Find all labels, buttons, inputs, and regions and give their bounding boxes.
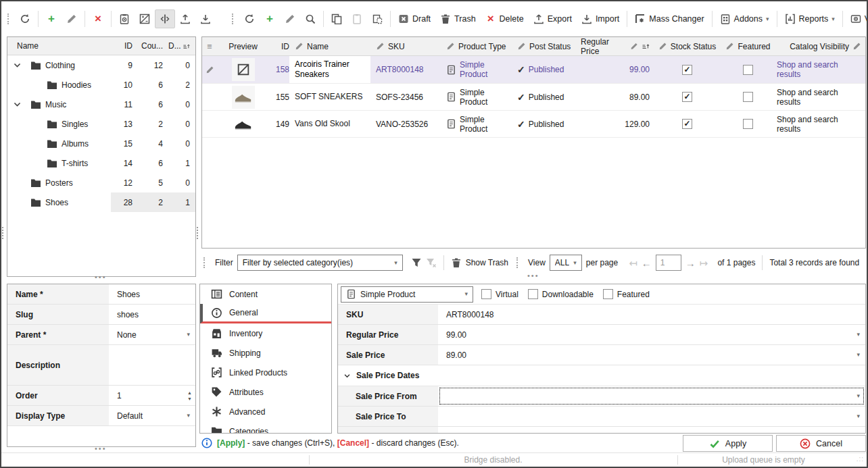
tab-shipping[interactable]: Shipping	[200, 343, 331, 363]
search-button[interactable]	[300, 9, 320, 28]
featured-checkbox[interactable]	[743, 92, 753, 102]
show-trash-label[interactable]: Show Trash	[466, 258, 508, 267]
editor-field-value[interactable]: 89.00 ▾	[438, 345, 865, 365]
tab-attributes[interactable]: Attributes	[200, 382, 331, 402]
draft-button[interactable]: Draft	[393, 9, 435, 28]
form-splitter-handle[interactable]: •••	[95, 447, 107, 450]
toolbar-grip[interactable]	[232, 14, 236, 24]
preview-products-button[interactable]	[114, 9, 135, 28]
export-categories-button[interactable]	[175, 9, 195, 28]
tree-splitter-handle[interactable]: •••	[95, 276, 107, 278]
add-product-button[interactable]: +	[260, 9, 280, 28]
field-value[interactable]: Default▾	[109, 406, 195, 425]
downloadable-checkbox[interactable]	[528, 289, 538, 299]
tab-advanced[interactable]: Advanced	[200, 402, 331, 421]
flag-virtual[interactable]: Virtual	[481, 289, 519, 299]
product-sku[interactable]: ART8000148	[370, 65, 442, 74]
column-header-post-status[interactable]: Post Status	[513, 42, 581, 51]
category-row-posters[interactable]: Posters 12 5 0	[7, 173, 195, 192]
cancel-button[interactable]: Cancel	[776, 435, 866, 452]
category-row-t-shirts[interactable]: T-shirts 14 6 1	[7, 153, 195, 173]
regular-price-cell[interactable]: 99.00	[581, 65, 655, 74]
tab-categories[interactable]: Categories	[200, 421, 331, 434]
tab-inventory[interactable]: Inventory	[200, 323, 331, 343]
mass-changer-button[interactable]: Mass Changer	[630, 9, 708, 28]
previous-page-button[interactable]: ←	[642, 258, 652, 268]
delete-product-button[interactable]: ×Delete	[481, 9, 529, 28]
column-header-preview[interactable]: Preview	[217, 42, 269, 51]
editor-field-value[interactable]: 99.00 ▾	[438, 325, 865, 344]
post-status-cell[interactable]: ✓Published	[513, 64, 581, 75]
stock-status-checkbox[interactable]	[682, 65, 692, 75]
spin-up-icon[interactable]: ▲	[187, 390, 192, 395]
column-header-name[interactable]: Name	[7, 41, 111, 51]
view-button[interactable]: View▾	[846, 9, 868, 28]
regular-price-cell[interactable]: 89.00	[581, 93, 655, 102]
editor-field-value[interactable]: ART8000148	[438, 305, 865, 324]
refresh-products-button[interactable]	[239, 9, 260, 28]
addons-button[interactable]: Addons▾	[715, 9, 774, 28]
tab-content[interactable]: Content	[200, 284, 331, 304]
flag-downloadable[interactable]: Downloadable	[528, 289, 594, 299]
featured-checkbox[interactable]	[743, 65, 753, 75]
toolbar-grip[interactable]	[7, 14, 11, 24]
spin-down-icon[interactable]: ▼	[187, 396, 192, 401]
column-header-regular-price[interactable]: Regular Price	[581, 37, 655, 56]
center-splitter-grip[interactable]	[197, 227, 201, 239]
product-row-155[interactable]: 155 SOFT SNEAKERS SOFS-23456 Simple Prod…	[202, 84, 865, 111]
category-tree-header[interactable]: Name ID Cou... D...	[7, 37, 195, 55]
expander-icon[interactable]	[13, 100, 22, 109]
page-number-input[interactable]: 1	[656, 255, 681, 271]
catalog-visibility-cell[interactable]: Shop and search results	[777, 60, 865, 79]
product-name[interactable]: SOFT SNEAKERS	[289, 92, 370, 102]
split-view-button[interactable]	[155, 9, 175, 28]
trash-icon[interactable]	[451, 257, 462, 268]
product-name[interactable]: Vans Old Skool	[289, 119, 370, 129]
column-header-id[interactable]: ID	[111, 41, 138, 51]
column-header-count[interactable]: Cou...	[138, 41, 168, 51]
grid-splitter-handle[interactable]: •••	[527, 274, 539, 277]
post-status-cell[interactable]: ✓Published	[513, 92, 581, 103]
import-button[interactable]: Import	[577, 9, 624, 28]
clear-filter-icon[interactable]	[426, 257, 437, 268]
editor-field-value[interactable]: ▾	[438, 386, 865, 406]
column-header-featured[interactable]: Featured	[719, 42, 777, 51]
product-type-cell[interactable]: Simple Product	[442, 60, 513, 79]
product-sku[interactable]: VANO-253526	[370, 120, 442, 129]
column-header-product-type[interactable]: Product Type	[442, 42, 513, 51]
expander-icon[interactable]	[13, 61, 22, 70]
edit-product-button[interactable]	[280, 9, 300, 28]
edit-category-button[interactable]	[62, 9, 82, 28]
catalog-visibility-cell[interactable]: Shop and search results	[777, 115, 865, 134]
apply-filter-icon[interactable]	[411, 257, 422, 268]
paste-special-button[interactable]	[367, 9, 387, 28]
import-categories-button[interactable]	[195, 9, 216, 28]
column-header-order[interactable]: D...	[168, 41, 195, 51]
category-row-shoes[interactable]: Shoes 28 2 1	[7, 192, 195, 212]
filter-bar-grip[interactable]	[203, 257, 208, 268]
category-row-albums[interactable]: Albums 15 4 0	[7, 134, 195, 153]
refresh-categories-button[interactable]	[15, 9, 35, 28]
image-settings-button[interactable]	[135, 9, 155, 28]
next-page-button[interactable]: →	[685, 258, 696, 268]
post-status-cell[interactable]: ✓Published	[513, 119, 581, 130]
trash-button[interactable]: Trash	[435, 9, 481, 28]
export-button[interactable]: Export	[529, 9, 577, 28]
column-header-id[interactable]: ID	[269, 42, 289, 51]
stock-status-checkbox[interactable]	[682, 119, 692, 129]
last-page-button[interactable]: ↦	[700, 258, 708, 268]
paste-button[interactable]	[347, 9, 367, 28]
category-row-singles[interactable]: Singles 13 2 0	[7, 114, 195, 134]
column-header-sku[interactable]: SKU	[370, 42, 442, 51]
category-row-clothing[interactable]: Clothing 9 12 0	[7, 55, 195, 75]
copy-button[interactable]	[327, 9, 347, 28]
field-value[interactable]: Shoes	[109, 284, 195, 304]
product-type-cell[interactable]: Simple Product	[442, 88, 513, 107]
product-sku[interactable]: SOFS-23456	[370, 93, 442, 102]
column-header-catalog-visibility[interactable]: Catalog Visibility	[777, 42, 865, 51]
tab-linked-products[interactable]: Linked Products	[200, 363, 331, 382]
product-type-dropdown[interactable]: Simple Product ▾	[341, 286, 473, 303]
category-row-music[interactable]: Music 11 6 0	[7, 95, 195, 114]
catalog-visibility-cell[interactable]: Shop and search results	[777, 88, 865, 107]
virtual-checkbox[interactable]	[481, 289, 491, 299]
